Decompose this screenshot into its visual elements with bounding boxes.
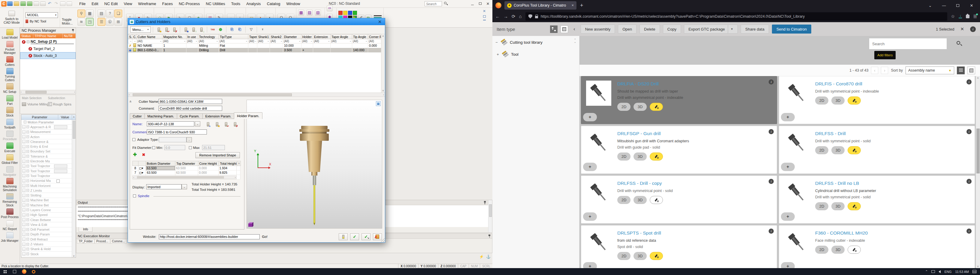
- tool-title-link[interactable]: DRLFSS - Drill: [815, 131, 970, 136]
- param-row[interactable]: + Approach & R: [21, 125, 72, 130]
- export-gtc-button[interactable]: Export GTC package▼: [684, 25, 738, 33]
- caps-toggle[interactable]: CAP: [458, 264, 469, 268]
- mesh-icon[interactable]: ▩: [298, 9, 304, 16]
- grid-cell[interactable]: [128, 43, 132, 48]
- monitor-column-header[interactable]: Proced...: [95, 239, 110, 243]
- refresh-icon[interactable]: [60, 2, 65, 6]
- cutter-export-icon[interactable]: ↑: [190, 26, 197, 33]
- param-row[interactable]: + Tool Trajector: [21, 164, 72, 169]
- go-button[interactable]: Go!: [262, 235, 268, 239]
- toolbox-item[interactable]: Load Model: [0, 28, 19, 40]
- expand-icon[interactable]: +: [26, 213, 29, 216]
- grid-filter-cell[interactable]: (All)⌄: [198, 39, 219, 43]
- grid-column-header[interactable]: C..: [132, 35, 137, 39]
- grid-filter-cell[interactable]: (All)⌄: [137, 39, 162, 43]
- param-row[interactable]: + Slotting: [21, 193, 72, 198]
- badge-3d[interactable]: 3D: [831, 146, 845, 154]
- spindle-checkbox[interactable]: [133, 194, 136, 198]
- monitor-column-header[interactable]: TP_Folder: [77, 239, 95, 243]
- param-row[interactable]: + Tool Trajector: [21, 169, 72, 174]
- expand-icon[interactable]: +: [26, 155, 29, 158]
- menu-item[interactable]: Faces: [159, 1, 176, 6]
- toolbox-item[interactable]: Cutters: [0, 55, 19, 67]
- info-icon[interactable]: i: [966, 229, 972, 234]
- tool-card[interactable]: DRLFSS - Drill - copy Drill with symmetr…: [581, 175, 777, 223]
- panel-close-icon[interactable]: ✕: [483, 9, 486, 13]
- viewport-import-icon[interactable]: [376, 101, 381, 106]
- menu-item[interactable]: Window: [283, 1, 303, 6]
- grid-cell[interactable]: [257, 43, 270, 48]
- import-cutter-icon[interactable]: ↵: [163, 26, 170, 33]
- collapse-box-icon[interactable]: −: [27, 40, 29, 43]
- url-bar[interactable]: https://toollibrary.sandvik.coromant.com…: [525, 12, 947, 21]
- grid-column-header[interactable]: Tip Angle: [352, 35, 368, 39]
- mesh2-icon[interactable]: ▨: [307, 9, 313, 16]
- toolbox-item[interactable]: Navigator: [0, 165, 19, 177]
- adaptor-type-combo[interactable]: [159, 137, 186, 142]
- menu-item[interactable]: View: [121, 1, 135, 6]
- toolbox-item[interactable]: Procedure: [0, 130, 19, 142]
- tool-title-link[interactable]: F360 - COROMILL MH20: [815, 230, 970, 236]
- back-icon[interactable]: ←: [495, 14, 500, 19]
- badge-3d[interactable]: 3D: [633, 196, 647, 204]
- grid-cell[interactable]: Milling: [198, 43, 219, 48]
- toolbox-item[interactable]: NC Setup: [0, 82, 19, 94]
- param-row[interactable]: + Action: [21, 134, 72, 139]
- search-icon[interactable]: [444, 2, 448, 6]
- delete-cutter-icon[interactable]: ✗: [171, 26, 178, 33]
- add-to-selection-button[interactable]: +: [781, 212, 795, 221]
- toolbox-item[interactable]: Global Filter: [0, 153, 19, 165]
- grid-cell[interactable]: [257, 48, 270, 52]
- info-icon[interactable]: 🛈: [106, 18, 114, 26]
- holder-name-input[interactable]: [147, 121, 194, 126]
- grid-cell[interactable]: Drill: [219, 48, 248, 52]
- holder-3d-viewport[interactable]: Y X: [247, 100, 382, 229]
- dialog-titlebar[interactable]: Cutters and Holders ✕: [128, 18, 385, 25]
- segments-hscrollbar[interactable]: ‹›: [132, 175, 237, 179]
- cutter-name-input[interactable]: [159, 99, 222, 104]
- new-assembly-button[interactable]: New assembly: [581, 25, 615, 33]
- assembly-view-toggle[interactable]: [550, 25, 558, 33]
- param-row[interactable]: + Measurement: [21, 130, 72, 134]
- badge-3d[interactable]: 3D: [831, 246, 845, 254]
- expand-icon[interactable]: +: [26, 150, 29, 153]
- badge-3d[interactable]: 3D: [633, 252, 647, 260]
- menu-hamburger-icon[interactable]: ☰: [973, 14, 977, 19]
- bookmark-star-icon[interactable]: ☆: [951, 14, 955, 19]
- toolbox-item[interactable]: Toolpath: [0, 118, 19, 130]
- expand-icon[interactable]: +: [26, 223, 29, 226]
- grid-view-toggle[interactable]: [967, 66, 975, 74]
- tool-title-link[interactable]: DRLSPTS - Spot drill: [617, 230, 772, 236]
- badge-2d[interactable]: 2D: [815, 246, 828, 254]
- grid-filter-cell[interactable]: (All)⌄: [132, 39, 137, 43]
- holder-comment-input[interactable]: [147, 130, 207, 134]
- dialog-tab[interactable]: Cutter: [130, 113, 145, 119]
- segment-shape-dropdown[interactable]: ▾: [138, 166, 146, 171]
- capture-icon[interactable]: [33, 2, 39, 6]
- drill-badge-icon[interactable]: [848, 146, 861, 154]
- panel-minimize-icon[interactable]: [483, 20, 486, 21]
- tool-title-link[interactable]: DRLFSGP - Gun drill: [617, 131, 772, 136]
- output-scrollbar[interactable]: [488, 200, 492, 232]
- grid-column-header[interactable]: Holder: [301, 35, 313, 39]
- collapse-form-icon[interactable]: «: [129, 100, 133, 102]
- info-icon[interactable]: i: [966, 179, 972, 184]
- grid-cell[interactable]: [132, 43, 137, 48]
- new-tab-button[interactable]: +: [580, 2, 583, 9]
- grid-cell[interactable]: 1: [162, 48, 186, 52]
- grid-hscrollbar[interactable]: ‹›: [128, 93, 385, 97]
- main-selection-combo[interactable]: Volume Milling▾: [22, 102, 48, 106]
- param-row[interactable]: + Electrode Ma: [21, 159, 72, 164]
- show-tool-icon[interactable]: ⚲: [78, 9, 85, 17]
- window-layout-icon[interactable]: ❏: [115, 9, 122, 17]
- grid-cell[interactable]: [331, 48, 352, 52]
- toolbox-item[interactable]: Stock: [0, 106, 19, 118]
- add-to-selection-button[interactable]: +: [781, 262, 795, 268]
- add-to-selection-button[interactable]: +: [583, 163, 597, 171]
- drill-badge-icon[interactable]: [650, 103, 663, 111]
- toolbox-item[interactable]: Part: [0, 94, 19, 106]
- dialog-tab[interactable]: Cycle Param.: [177, 113, 203, 119]
- process-row-stock[interactable]: ✗ Stock - Auto_3: [20, 52, 76, 59]
- menu-item[interactable]: Analysis: [243, 1, 264, 6]
- pin-icon[interactable]: [72, 29, 74, 32]
